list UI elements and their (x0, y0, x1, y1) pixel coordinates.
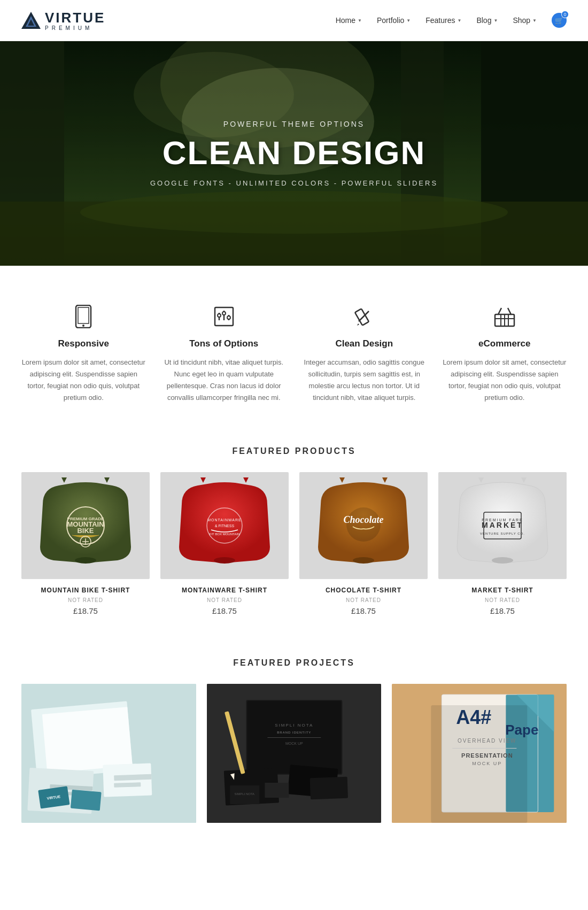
svg-text:SIMPLI NOTA: SIMPLI NOTA (275, 723, 313, 728)
product-card[interactable]: PREMIUM GRADE MOUNTAIN BIKE MOUNTAIN BIK… (21, 472, 150, 615)
product-card[interactable]: MONTAINWARE & FITNESS FIT BOX MOUNTAIN M… (160, 472, 289, 615)
product-name: CHOCOLATE T-SHIRT (299, 587, 428, 594)
svg-marker-23 (357, 323, 359, 326)
svg-text:MOCK UP: MOCK UP (285, 742, 303, 745)
product-card[interactable]: Chocolate CHOCOLATE T-SHIRT NOT RATED £1… (299, 472, 428, 615)
sliders-icon (162, 303, 287, 330)
product-price: £18.75 (438, 606, 567, 615)
product-name: MONTAINWARE T-SHIRT (160, 587, 289, 594)
product-price: £18.75 (21, 606, 150, 615)
svg-rect-52 (42, 707, 133, 774)
product-price: £18.75 (299, 606, 428, 615)
products-section: FEATURED PRODUCTS PREMIUM GRADE (0, 436, 588, 647)
features-section: Responsive Lorem ipsum dolor sit amet, c… (0, 266, 588, 436)
svg-rect-71 (310, 777, 347, 799)
feature-desc: Lorem ipsum dolor sit amet, consectetur … (21, 357, 146, 404)
dropdown-caret: ▼ (406, 18, 411, 23)
dropdown-caret: ▼ (458, 18, 462, 23)
feature-title: eCommerce (443, 338, 567, 349)
svg-rect-24 (355, 309, 369, 325)
svg-text:& FITNESS: & FITNESS (215, 524, 235, 528)
hero-title: CLEAN DESIGN (150, 134, 438, 172)
dropdown-caret: ▼ (493, 18, 498, 23)
main-nav: Home ▼ Portfolio ▼ Features ▼ Blog ▼ Sho… (336, 13, 567, 28)
nav-portfolio[interactable]: Portfolio ▼ (377, 16, 411, 25)
brand-sub: PREMIUM (45, 25, 105, 31)
svg-point-15 (82, 325, 84, 327)
product-image: Chocolate (299, 472, 428, 579)
projects-title: FEATURED PROJECTS (21, 658, 567, 668)
product-card[interactable]: PREMIUM FARE MARKET VENTURE SUPPLY CO. M… (438, 472, 567, 615)
product-rating: NOT RATED (438, 597, 567, 603)
svg-point-36 (75, 557, 96, 564)
svg-text:VENTURE SUPPLY CO.: VENTURE SUPPLY CO. (480, 532, 525, 535)
dropdown-caret: ▼ (532, 18, 537, 23)
svg-rect-60 (71, 790, 102, 811)
svg-point-41 (214, 557, 235, 564)
nav-home[interactable]: Home ▼ (336, 16, 362, 25)
products-grid: PREMIUM GRADE MOUNTAIN BIKE MOUNTAIN BIK… (21, 472, 567, 615)
svg-point-49 (492, 557, 513, 564)
hero-subtitle: POWERFUL THEME OPTIONS (150, 120, 438, 128)
mobile-icon (21, 303, 146, 330)
svg-point-44 (353, 557, 374, 564)
svg-point-20 (218, 314, 221, 317)
feature-ecommerce: eCommerce Lorem ipsum dolor sit amet, co… (443, 303, 567, 404)
project-card[interactable]: SIMPLI NOTA BRAND IDENTITY MOCK UP SIMPL… (207, 684, 382, 823)
product-rating: NOT RATED (299, 597, 428, 603)
feature-desc: Integer accumsan, odio sagittis congue s… (302, 357, 427, 404)
product-price: £18.75 (160, 606, 289, 615)
feature-options: Tons of Options Ut id tincidunt nibh, vi… (162, 303, 287, 404)
svg-point-21 (222, 312, 226, 315)
feature-design: Clean Design Integer accumsan, odio sagi… (302, 303, 427, 404)
feature-title: Tons of Options (162, 338, 287, 349)
feature-responsive: Responsive Lorem ipsum dolor sit amet, c… (21, 303, 146, 404)
feature-desc: Ut id tincidunt nibh, vitae aliquet turp… (162, 357, 287, 404)
site-header: VIRTUE PREMIUM Home ▼ Portfolio ▼ Featur… (0, 0, 588, 41)
svg-text:Chocolate: Chocolate (344, 514, 384, 525)
projects-grid: VIRTUE SIMPLI NOTA BRAND IDENTITY MOCK U… (21, 684, 567, 823)
product-image: PREMIUM FARE MARKET VENTURE SUPPLY CO. (438, 472, 567, 579)
svg-rect-75 (265, 783, 289, 798)
feature-title: Responsive (21, 338, 146, 349)
svg-point-22 (227, 316, 230, 319)
product-image: PREMIUM GRADE MOUNTAIN BIKE (21, 472, 150, 579)
pencil-icon (302, 303, 427, 330)
logo[interactable]: VIRTUE PREMIUM (21, 10, 105, 31)
svg-rect-14 (78, 307, 89, 323)
feature-desc: Lorem ipsum dolor sit amet, consectetur … (443, 357, 567, 404)
svg-rect-88 (431, 705, 528, 823)
svg-text:SIMPLI NOTA: SIMPLI NOTA (234, 792, 254, 796)
cart-button[interactable]: 🛒 0 (552, 13, 567, 28)
nav-shop[interactable]: Shop ▼ (513, 16, 537, 25)
svg-text:BIKE: BIKE (77, 527, 94, 535)
nav-features[interactable]: Features ▼ (425, 16, 461, 25)
dropdown-caret: ▼ (358, 18, 362, 23)
svg-text:FIT BOX MOUNTAIN: FIT BOX MOUNTAIN (210, 533, 239, 536)
projects-section: FEATURED PROJECTS VIRTUE (0, 647, 588, 844)
product-rating: NOT RATED (21, 597, 150, 603)
svg-text:MARKET: MARKET (482, 521, 523, 529)
svg-rect-67 (267, 737, 321, 738)
product-rating: NOT RATED (160, 597, 289, 603)
project-card[interactable]: A4# Pape OVERHEAD VIEW PRESENTATION MOCK… (392, 684, 567, 823)
product-image: MONTAINWARE & FITNESS FIT BOX MOUNTAIN (160, 472, 289, 579)
basket-icon (443, 303, 567, 330)
products-title: FEATURED PRODUCTS (21, 446, 567, 456)
hero-content: POWERFUL THEME OPTIONS CLEAN DESIGN GOOG… (150, 120, 438, 187)
svg-text:BRAND IDENTITY: BRAND IDENTITY (277, 731, 311, 734)
project-card[interactable]: VIRTUE (21, 684, 196, 823)
product-name: MOUNTAIN BIKE T-SHIRT (21, 587, 150, 594)
hero-tagline: GOOGLE FONTS - UNLIMITED COLORS - POWERF… (150, 179, 438, 187)
nav-blog[interactable]: Blog ▼ (476, 16, 498, 25)
logo-icon (21, 12, 41, 29)
feature-title: Clean Design (302, 338, 427, 349)
cart-badge: 0 (561, 11, 569, 18)
product-name: MARKET T-SHIRT (438, 587, 567, 594)
hero-section: POWERFUL THEME OPTIONS CLEAN DESIGN GOOG… (0, 41, 588, 266)
svg-text:MONTAINWARE: MONTAINWARE (207, 518, 242, 522)
brand-name: VIRTUE (45, 10, 105, 26)
